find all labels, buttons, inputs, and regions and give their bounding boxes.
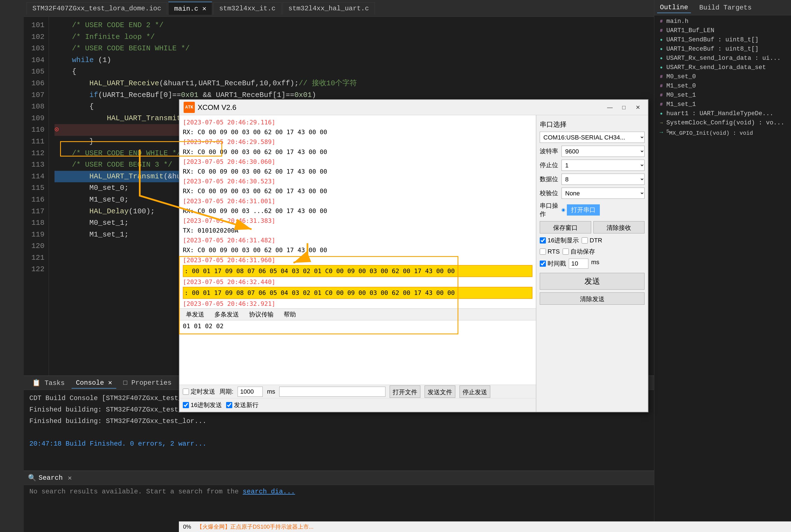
outline-item-m0set1[interactable]: # M0_set_1 xyxy=(654,91,791,100)
rts-checkbox[interactable]: RTS xyxy=(540,247,560,256)
open-serial-button[interactable]: 打开串口 xyxy=(567,204,600,215)
outline-item-rxsendset[interactable]: ● USART_Rx_send_lora_data_set xyxy=(654,63,791,72)
options-row2: RTS 自动保存 xyxy=(540,247,644,256)
file-path-input[interactable] xyxy=(279,387,385,397)
ms-interval-input[interactable] xyxy=(569,259,589,269)
hash-icon: # xyxy=(658,28,664,34)
rx-3: RX: C0 00 09 00 03 00 62 00 17 43 00 00 xyxy=(183,167,533,176)
window-controls: — □ ✕ xyxy=(604,102,644,112)
options-row3: 时间戳 ms xyxy=(540,259,644,269)
serial-port-select[interactable]: COM16:USB-SERIAL CH34... xyxy=(540,132,644,143)
outline-label: M0_set_1 xyxy=(666,92,696,99)
minimize-button[interactable]: — xyxy=(604,102,616,112)
search-tab-bar: 🔍 Search ✕ xyxy=(24,471,654,485)
dtr-checkbox[interactable]: DTR xyxy=(582,236,602,245)
period-input[interactable] xyxy=(237,387,263,397)
hex-display-input[interactable] xyxy=(540,238,546,244)
search-label: Search xyxy=(39,474,63,482)
xcom-logo: ATK xyxy=(184,102,195,113)
newline-input[interactable] xyxy=(226,402,232,408)
parity-label: 校验位 xyxy=(540,189,559,197)
maximize-button[interactable]: □ xyxy=(618,102,630,112)
right-panel-tabs: Outline Build Targets xyxy=(654,0,791,15)
menu-help[interactable]: 帮助 xyxy=(282,309,298,320)
baud-row: 波特率 9600 xyxy=(540,146,644,157)
ms-suffix: ms xyxy=(591,259,599,269)
clear-recv-button[interactable]: 清除接收 xyxy=(593,221,645,233)
outline-label: UART1_ReceBuf : uint8_t[] xyxy=(666,45,758,53)
outline-label: UART1_Buf_LEN xyxy=(666,27,714,34)
hex-send-input[interactable] xyxy=(183,402,189,408)
baud-label: 波特率 xyxy=(540,147,559,155)
menu-single-send[interactable]: 单发送 xyxy=(184,309,207,320)
hex-display-checkbox[interactable]: 16进制显示 xyxy=(540,236,579,245)
tab-uart[interactable]: stm32l4xx_hal_uart.c xyxy=(283,2,375,15)
save-window-button[interactable]: 保存窗口 xyxy=(540,221,591,233)
ts-6: [2023-07-05 20:46:31.383] xyxy=(183,216,533,226)
ad-text: 【火爆全网】正点原子DS100手持示波器上市... xyxy=(197,523,314,531)
newline-checkbox[interactable]: 发送新行 xyxy=(226,401,258,409)
outline-item-sendbuf[interactable]: ● UART1_SendBuf : uint8_t[] xyxy=(654,35,791,44)
menu-protocol[interactable]: 协议传输 xyxy=(247,309,276,320)
outline-item-mxgpio[interactable]: → SMX_GPIO_Init(void) : void xyxy=(654,128,791,137)
baud-select[interactable]: 9600 xyxy=(561,146,644,157)
tab-it[interactable]: stm32l4xx_it.c xyxy=(213,2,282,15)
hash-icon: # xyxy=(658,83,664,89)
footer-row2: 16进制发送 发送新行 xyxy=(179,398,536,412)
outline-item-huart1[interactable]: ● huart1 : UART_HandleTypeDe... xyxy=(654,109,791,118)
tab-tasks[interactable]: 📋 Tasks xyxy=(28,377,69,388)
code-line-104: /* USER CODE BEGIN WHILE */ xyxy=(55,43,649,55)
outline-item-m1set1[interactable]: # M1_set_1 xyxy=(654,100,791,109)
send-file-button[interactable]: 发送文件 xyxy=(425,385,455,398)
stop-select[interactable]: 1 xyxy=(561,159,644,171)
outline-label: USART_Rx_send_lora_data_set xyxy=(666,64,766,71)
clear-send-button[interactable]: 清除发送 xyxy=(540,292,644,305)
open-serial-radio[interactable]: 打开串口 xyxy=(561,204,600,215)
ts-7: [2023-07-05 20:46:31.482] xyxy=(183,235,533,245)
outline-label: USART_Rx_send_lora_data : ui... xyxy=(666,55,781,62)
outline-item-mainh[interactable]: # main.h xyxy=(654,17,791,26)
hash-icon: # xyxy=(658,19,664,24)
outline-item-rxsend[interactable]: ● USART_Rx_send_lora_data : ui... xyxy=(654,54,791,63)
hex-send-checkbox[interactable]: 16进制发送 xyxy=(183,401,222,409)
stop-send-button[interactable]: 停止发送 xyxy=(460,385,490,398)
outline-item-m1set0[interactable]: # M1_set_0 xyxy=(654,81,791,91)
rts-label: RTS xyxy=(547,248,560,255)
auto-save-input[interactable] xyxy=(563,249,569,255)
open-file-button[interactable]: 打开文件 xyxy=(390,385,420,398)
rts-input[interactable] xyxy=(540,249,546,255)
open-serial-radio-input[interactable] xyxy=(561,208,565,212)
code-line-107: HAL_UART_Receive(&huart1,UART1_ReceBuf,1… xyxy=(55,78,649,90)
outline-item-recebuf[interactable]: ● UART1_ReceBuf : uint8_t[] xyxy=(654,44,791,54)
tab-ioc[interactable]: STM32F407ZGxx_test_lora_dome.ioc xyxy=(26,2,167,15)
parity-select[interactable]: None xyxy=(561,188,644,199)
timestamp-input[interactable] xyxy=(540,261,546,267)
dtr-input[interactable] xyxy=(582,238,588,244)
close-button[interactable]: ✕ xyxy=(632,102,644,112)
dot-icon: ● xyxy=(658,65,664,71)
auto-save-checkbox[interactable]: 自动保存 xyxy=(563,247,595,256)
data-bits-select[interactable]: 8 xyxy=(561,174,644,185)
newline-label: 发送新行 xyxy=(234,401,258,409)
send-button[interactable]: 发送 xyxy=(540,273,644,290)
timestamp-checkbox[interactable]: 时间戳 xyxy=(540,259,566,269)
outline-item-m0set0[interactable]: # M0_set_0 xyxy=(654,72,791,81)
timed-send-checkbox[interactable]: 定时发送 xyxy=(183,387,215,396)
code-line-106: { xyxy=(55,66,649,78)
right-panel: Outline Build Targets # main.h # UART1_B… xyxy=(654,0,791,532)
tab-console[interactable]: Console ✕ xyxy=(72,377,116,388)
menu-multi-send[interactable]: 多条发送 xyxy=(212,309,241,320)
serial-data-scroll[interactable]: [2023-07-05 20:46:29.116] RX: C0 00 09 0… xyxy=(179,115,536,308)
tab-properties[interactable]: □ Properties xyxy=(119,378,176,388)
options-row1: 16进制显示 DTR xyxy=(540,236,644,245)
search-dialog-link[interactable]: search dia... xyxy=(243,488,295,495)
send-input[interactable]: 01 01 02 02 xyxy=(179,320,536,385)
ts-1: [2023-07-05 20:46:29.116] xyxy=(183,117,533,127)
outline-tab[interactable]: Outline xyxy=(657,2,691,13)
ts-2: [2023-07-05 20:46:29.589] xyxy=(183,137,533,147)
outline-item-sysclk[interactable]: → SystemClock_Config(void) : vo... xyxy=(654,118,791,128)
build-targets-tab[interactable]: Build Targets xyxy=(696,2,754,13)
outline-item-buflen[interactable]: # UART1_Buf_LEN xyxy=(654,26,791,35)
timed-send-input[interactable] xyxy=(183,388,189,395)
tab-main[interactable]: main.c ✕ xyxy=(168,2,212,15)
